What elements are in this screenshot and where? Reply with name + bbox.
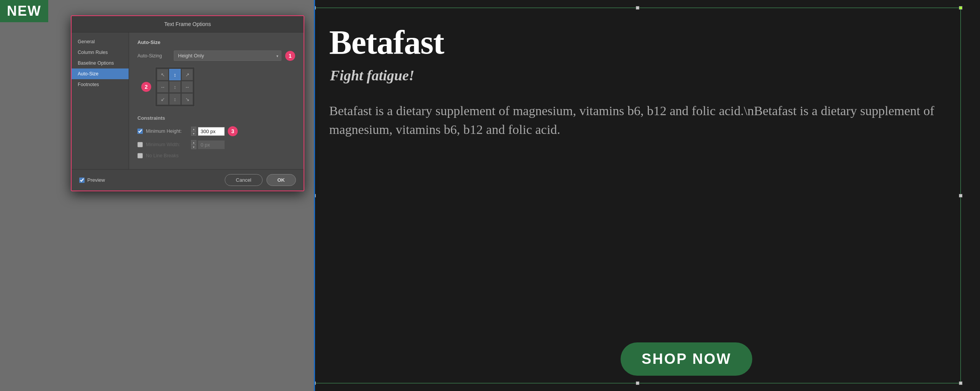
- badge-1: 1: [285, 51, 295, 61]
- align-cell-bc[interactable]: ↕: [169, 93, 181, 105]
- align-cell-tc[interactable]: ↕: [169, 69, 181, 80]
- cancel-button[interactable]: Cancel: [225, 174, 262, 186]
- dialog-main-content: Auto-Size Auto-Sizing None Height Only W…: [129, 33, 304, 169]
- sidebar-item-baseline-options[interactable]: Baseline Options: [72, 58, 129, 68]
- sidebar-item-footnotes[interactable]: Footnotes: [72, 79, 129, 90]
- constraints-title: Constraints: [137, 115, 295, 121]
- align-cell-bl[interactable]: ↙: [157, 93, 168, 105]
- min-width-decrement[interactable]: ▼: [191, 145, 196, 149]
- betafast-title: Betafast: [329, 23, 444, 62]
- min-height-row: Minimum Height: ▲ ▼ 3: [137, 126, 295, 136]
- preview-section: Preview: [79, 177, 105, 183]
- preview-label: Preview: [87, 177, 105, 183]
- no-line-breaks-row: No Line Breaks: [137, 153, 295, 158]
- align-cell-mc[interactable]: ↕: [169, 81, 181, 93]
- handle-top-right[interactable]: [959, 6, 962, 10]
- align-cell-tl[interactable]: ↖: [157, 69, 168, 80]
- shop-now-button: SHOP NOW: [621, 342, 752, 376]
- dialog-footer: Preview Cancel OK: [72, 169, 304, 191]
- min-width-increment[interactable]: ▲: [191, 140, 196, 145]
- handle-middle-right[interactable]: [959, 194, 962, 197]
- autosize-row: Auto-Sizing None Height Only Width Only …: [137, 51, 295, 61]
- design-canvas: Betafast Fight fatigue! Betafast is a di…: [314, 0, 980, 391]
- new-badge: NEW: [0, 0, 48, 22]
- betafast-body: Betafast is a dietary supplement of magn…: [329, 101, 957, 139]
- align-cell-tr[interactable]: ↗: [181, 69, 193, 80]
- autosize-section-title: Auto-Size: [137, 39, 295, 45]
- align-cell-ml[interactable]: ↔: [157, 81, 168, 93]
- min-height-input[interactable]: [198, 127, 225, 136]
- dialog-body: General Column Rules Baseline Options Au…: [72, 33, 304, 169]
- sidebar-item-column-rules[interactable]: Column Rules: [72, 47, 129, 58]
- min-height-label: Minimum Height:: [146, 129, 188, 134]
- alignment-grid-wrapper: 2 ↖ ↕ ↗ ↔ ↕ ↔ ↙ ↕: [137, 67, 295, 107]
- dialog-title: Text Frame Options: [164, 21, 211, 27]
- badge-2: 2: [141, 82, 151, 92]
- align-cell-br[interactable]: ↘: [181, 93, 193, 105]
- preview-checkbox[interactable]: [79, 178, 85, 183]
- min-width-spinner: ▲ ▼: [191, 140, 196, 149]
- dialog-container: Text Frame Options General Column Rules …: [71, 15, 304, 191]
- panel-divider: [314, 0, 315, 391]
- handle-bottom-right[interactable]: [959, 381, 962, 385]
- subtitle-text: Fight fatigue!: [330, 67, 415, 83]
- no-line-breaks-label: No Line Breaks: [146, 153, 188, 158]
- align-cell-mr[interactable]: ↔: [181, 81, 193, 93]
- sidebar-item-auto-size[interactable]: Auto-Size: [72, 68, 129, 79]
- sidebar-item-general[interactable]: General: [72, 36, 129, 47]
- left-background: NEW Text Frame Options General Column Ru…: [0, 0, 314, 391]
- min-width-row: Minimum Width: ▲ ▼: [137, 140, 295, 149]
- handle-top-center[interactable]: [636, 6, 639, 10]
- min-width-label: Minimum Width:: [146, 142, 188, 147]
- dialog-sidebar: General Column Rules Baseline Options Au…: [72, 33, 129, 169]
- min-width-checkbox[interactable]: [137, 142, 143, 147]
- no-line-breaks-checkbox[interactable]: [137, 153, 143, 158]
- min-height-checkbox[interactable]: [137, 129, 143, 134]
- autosize-select[interactable]: None Height Only Width Only Height and W…: [174, 51, 281, 61]
- badge-3: 3: [228, 126, 238, 136]
- min-width-input[interactable]: [198, 140, 225, 149]
- min-height-decrement[interactable]: ▼: [191, 131, 196, 136]
- canvas-area: Betafast Fight fatigue! Betafast is a di…: [314, 0, 980, 391]
- min-width-input-wrapper: ▲ ▼: [191, 140, 225, 149]
- alignment-grid: ↖ ↕ ↗ ↔ ↕ ↔ ↙ ↕ ↘: [155, 67, 195, 107]
- betafast-subtitle: Fight fatigue!: [330, 67, 415, 84]
- ok-button[interactable]: OK: [266, 174, 296, 186]
- min-height-spinner: ▲ ▼: [191, 127, 196, 136]
- canvas-frame: [314, 8, 961, 383]
- text-frame-options-dialog: Text Frame Options General Column Rules …: [71, 15, 304, 191]
- min-height-input-wrapper: ▲ ▼: [191, 127, 225, 136]
- footer-buttons: Cancel OK: [225, 174, 296, 186]
- handle-bottom-center[interactable]: [636, 381, 639, 385]
- autosize-label: Auto-Sizing: [137, 53, 170, 59]
- dialog-titlebar: Text Frame Options: [72, 16, 304, 33]
- autosize-select-wrapper: None Height Only Width Only Height and W…: [174, 51, 281, 61]
- min-height-increment[interactable]: ▲: [191, 127, 196, 131]
